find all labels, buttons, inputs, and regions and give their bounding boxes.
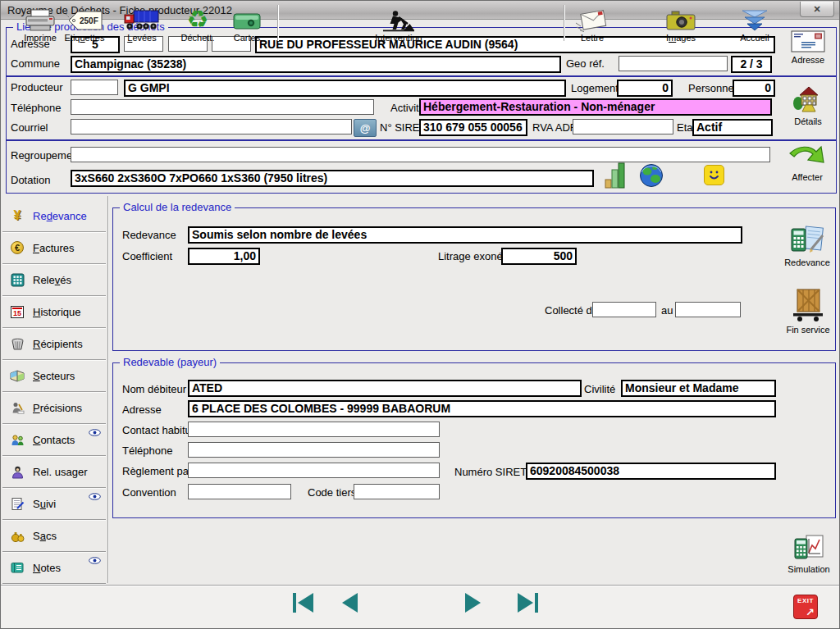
sidebar-item-notes[interactable]: Notes	[2, 552, 107, 583]
sidebar-item-label: Récipients	[33, 338, 83, 350]
sidebar-item-label: Relevés	[33, 274, 71, 286]
producteur-code-field[interactable]	[71, 80, 118, 95]
georef-field[interactable]	[619, 56, 728, 71]
telephone-field[interactable]	[71, 99, 374, 115]
sidebar-item-label: Rel. usager	[33, 466, 88, 478]
payer-group-title: Redevable (payeur)	[120, 356, 220, 368]
coefficient-label: Coefficient	[122, 250, 172, 262]
collecte-du-field[interactable]	[592, 302, 656, 317]
sidebar-item-label: Sacs	[33, 530, 57, 542]
activite-field[interactable]: Hébergement-Restauration - Non-ménager	[419, 98, 772, 116]
images-button-label: Images	[666, 33, 696, 43]
affecter-button[interactable]: Affecter	[780, 144, 834, 182]
sidebar-item-suivi[interactable]: Suivi	[2, 488, 107, 519]
letter-icon	[574, 7, 610, 32]
payer-adresse-label: Adresse	[122, 403, 162, 416]
redevance-calc-button[interactable]: Redevance	[780, 226, 834, 267]
personnes-field[interactable]: 0	[733, 80, 775, 97]
dotation-field[interactable]: 3xS660 2xS360O 7xPO660 1xS360 (7950 litr…	[71, 170, 594, 187]
commune-field[interactable]: Champignac (35238)	[71, 56, 561, 73]
first-record-button[interactable]	[293, 593, 313, 613]
details-button[interactable]: Détails	[782, 84, 834, 126]
fin-service-button[interactable]: Fin service	[782, 288, 834, 335]
code-tiers-field[interactable]	[354, 484, 440, 499]
green-arrow-icon	[788, 144, 826, 171]
producteur-name-field[interactable]: G GMPI	[124, 80, 566, 97]
payer-telephone-label: Téléphone	[122, 444, 172, 457]
sidebar-item-redevance[interactable]: ¥ Redevance	[2, 200, 107, 231]
waste-basket-icon	[9, 337, 25, 351]
regroupement-field[interactable]	[71, 147, 770, 162]
redevance-mode-field[interactable]: Soumis selon nombre de levées	[188, 226, 742, 244]
calculator-icon	[9, 273, 25, 287]
adresse-button[interactable]: Adresse	[782, 30, 834, 65]
numero-siret-field[interactable]: 60920084500038	[526, 463, 776, 480]
sidebar-item-precisions[interactable]: Précisions	[2, 392, 107, 423]
collecte-au-field[interactable]	[675, 302, 741, 317]
coefficient-field[interactable]: 1,00	[188, 248, 260, 265]
images-button[interactable]: Images	[651, 3, 710, 43]
nom-debiteur-field[interactable]: ATED	[188, 380, 582, 397]
courriel-field[interactable]	[71, 119, 352, 134]
svg-text:250F: 250F	[80, 16, 98, 25]
previous-record-button[interactable]	[342, 593, 358, 613]
sidebar-item-label: Suivi	[33, 498, 56, 510]
exit-button[interactable]: EXIT ↗	[793, 595, 818, 619]
close-button[interactable]: ✕	[800, 2, 834, 17]
georef-label: Geo réf.	[566, 57, 605, 70]
bottom-toolbar	[1, 585, 839, 629]
convention-field[interactable]	[188, 484, 291, 499]
simulation-button[interactable]: Simulation	[782, 534, 836, 574]
sidebar-item-label: Historique	[33, 306, 81, 318]
logements-field[interactable]: 0	[617, 80, 673, 97]
satisfaction-button[interactable]	[704, 165, 724, 185]
sidebar-item-factures[interactable]: € Factures	[2, 232, 107, 263]
calendar-icon: 15	[9, 306, 25, 318]
email-at-button[interactable]: @	[354, 119, 377, 137]
worker-icon	[381, 7, 416, 32]
statistics-button[interactable]	[604, 162, 627, 193]
eye-icon	[89, 426, 101, 439]
close-icon: ✕	[813, 4, 820, 15]
intervention-button-label: Intervention	[375, 33, 422, 43]
bar-chart-icon	[604, 178, 627, 192]
document-pen-icon	[9, 497, 25, 511]
last-record-button[interactable]	[518, 593, 538, 613]
logements-label: Logements	[571, 82, 623, 94]
siret-field[interactable]: 310 679 055 00056	[419, 119, 527, 136]
eye-icon	[89, 554, 101, 567]
levees-button[interactable]: Levées	[112, 3, 171, 43]
next-record-button[interactable]	[465, 593, 481, 613]
contact-habituel-field[interactable]	[188, 422, 440, 437]
litrage-exonere-field[interactable]: 500	[501, 248, 577, 265]
etiquettes-button[interactable]: 250F Etiquettes	[55, 3, 114, 43]
payer-telephone-field[interactable]	[188, 442, 440, 458]
sidebar-item-releves[interactable]: Relevés	[2, 264, 107, 295]
civilite-field[interactable]: Monsieur et Madame	[621, 380, 776, 397]
sidebar-item-secteurs[interactable]: Secteurs	[2, 360, 107, 391]
reglement-par-field[interactable]	[188, 463, 440, 478]
lettre-button[interactable]: Lettre	[563, 3, 622, 43]
globe-icon	[639, 176, 664, 190]
card-icon	[232, 7, 262, 32]
calculator-note-icon	[790, 226, 824, 257]
scribe-icon	[9, 401, 25, 415]
payer-adresse-field[interactable]: 6 PLACE DES COLOMBES - 99999 BABAORUM	[188, 400, 776, 417]
sidebar-item-recipients[interactable]: Récipients	[2, 328, 107, 359]
dechetterie-button-label: Déchett.	[181, 33, 215, 43]
convention-label: Convention	[122, 486, 176, 499]
reglement-par-label: Règlement par	[122, 465, 192, 477]
map-globe-button[interactable]	[639, 163, 664, 191]
intervention-button[interactable]: Intervention	[367, 3, 431, 43]
home-arrows-icon	[740, 7, 769, 32]
map-icon	[9, 369, 25, 382]
rva-adr-field[interactable]	[573, 119, 673, 134]
etat-field[interactable]: Actif	[692, 119, 773, 136]
code-tiers-label: Code tiers	[308, 486, 356, 499]
sidebar-item-sacs[interactable]: Sacs	[2, 520, 107, 551]
sidebar-item-contacts[interactable]: Contacts	[2, 424, 107, 455]
cartes-button[interactable]: Cartes	[217, 3, 276, 43]
sidebar-item-rel-usager[interactable]: Rel. usager	[2, 456, 107, 487]
accueil-button[interactable]: Accueil	[725, 3, 784, 43]
sidebar-item-historique[interactable]: 15 Historique	[2, 296, 107, 327]
